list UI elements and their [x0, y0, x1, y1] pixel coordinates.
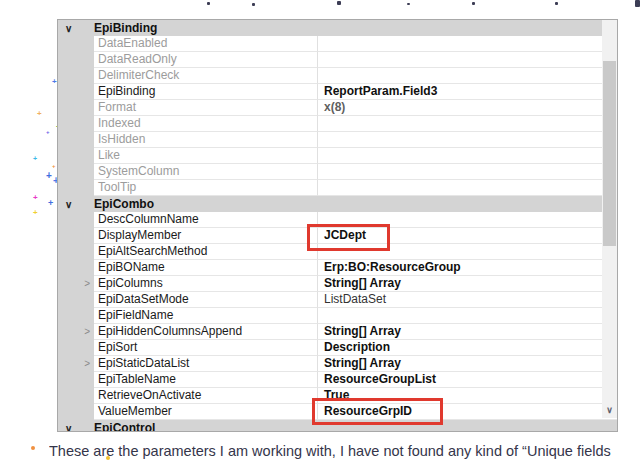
- property-name[interactable]: DisplayMember: [94, 228, 318, 244]
- category-label: EpiControl: [94, 421, 155, 432]
- property-name[interactable]: EpiColumns: [94, 276, 318, 292]
- property-name[interactable]: EpiBOName: [94, 260, 318, 276]
- chevron-down-icon: ∨: [58, 23, 94, 34]
- property-name[interactable]: DataReadOnly: [94, 52, 318, 68]
- property-name[interactable]: ValueMember: [94, 404, 318, 420]
- clipped-text-mark: [207, 2, 210, 5]
- property-value[interactable]: [318, 308, 617, 324]
- property-name[interactable]: EpiAltSearchMethod: [94, 244, 318, 260]
- category-header-epibinding[interactable]: ∨EpiBinding: [58, 20, 617, 36]
- property-value[interactable]: [318, 180, 617, 196]
- row-gutter: [58, 84, 94, 100]
- row-gutter: >: [58, 276, 94, 292]
- confetti-sparkle: +: [37, 110, 42, 118]
- confetti-sparkle: +: [46, 171, 52, 181]
- property-row-tooltip[interactable]: ToolTip: [58, 180, 617, 196]
- property-row-epicolumns[interactable]: >EpiColumnsString[] Array: [58, 276, 617, 292]
- property-value[interactable]: String[] Array: [318, 356, 617, 372]
- property-value[interactable]: [318, 68, 617, 84]
- property-value[interactable]: Description: [318, 340, 617, 356]
- category-header-epicombo[interactable]: ∨EpiCombo: [58, 196, 617, 212]
- property-name[interactable]: SystemColumn: [94, 164, 318, 180]
- scrollbar-thumb[interactable]: [603, 61, 616, 246]
- property-row-epihiddencolumnsappend[interactable]: >EpiHiddenColumnsAppendString[] Array: [58, 324, 617, 340]
- property-value[interactable]: [318, 148, 617, 164]
- property-value[interactable]: Erp:BO:ResourceGroup: [318, 260, 617, 276]
- row-gutter: [58, 36, 94, 52]
- property-row-systemcolumn[interactable]: SystemColumn: [58, 164, 617, 180]
- chevron-right-icon[interactable]: >: [84, 279, 90, 289]
- property-name[interactable]: EpiHiddenColumnsAppend: [94, 324, 318, 340]
- chevron-down-icon: ∨: [58, 423, 94, 433]
- row-gutter: [58, 260, 94, 276]
- property-row-like[interactable]: Like: [58, 148, 617, 164]
- property-value[interactable]: ResourceGroupList: [318, 372, 617, 388]
- property-name[interactable]: EpiStaticDataList: [94, 356, 318, 372]
- category-label: EpiCombo: [94, 197, 154, 211]
- property-name[interactable]: EpiDataSetMode: [94, 292, 318, 308]
- property-row-epibinding[interactable]: EpiBindingReportParam.Field3: [58, 84, 617, 100]
- property-row-episort[interactable]: EpiSortDescription: [58, 340, 617, 356]
- chevron-down-icon: ∨: [606, 405, 613, 415]
- confetti-sparkle: +: [52, 163, 56, 169]
- property-value[interactable]: [318, 52, 617, 68]
- scroll-down-button[interactable]: ∨: [602, 403, 617, 418]
- confetti-sparkle: +: [33, 209, 38, 217]
- property-value[interactable]: String[] Array: [318, 276, 617, 292]
- property-name[interactable]: DataEnabled: [94, 36, 318, 52]
- confetti-sparkle: +: [48, 199, 53, 208]
- property-value[interactable]: String[] Array: [318, 324, 617, 340]
- property-name[interactable]: EpiTableName: [94, 372, 318, 388]
- property-name[interactable]: IsHidden: [94, 132, 318, 148]
- property-name[interactable]: EpiSort: [94, 340, 318, 356]
- clipped-text-mark: [407, 3, 410, 5]
- row-gutter: [58, 212, 94, 228]
- row-gutter: [58, 68, 94, 84]
- property-row-epistaticdatalist[interactable]: >EpiStaticDataListString[] Array: [58, 356, 617, 372]
- confetti-sparkle: +: [52, 78, 57, 86]
- clipped-text-mark: [472, 2, 475, 5]
- chevron-right-icon[interactable]: >: [84, 327, 90, 337]
- clipped-text-mark: [337, 1, 341, 5]
- row-gutter: [58, 292, 94, 308]
- property-name[interactable]: DescColumnName: [94, 212, 318, 228]
- property-name[interactable]: Indexed: [94, 116, 318, 132]
- paragraph-text: These are the parameters I am working wi…: [49, 443, 642, 459]
- row-gutter: [58, 372, 94, 388]
- chevron-right-icon[interactable]: >: [84, 359, 90, 369]
- property-row-delimitercheck[interactable]: DelimiterCheck: [58, 68, 617, 84]
- property-name[interactable]: RetrieveOnActivate: [94, 388, 318, 404]
- property-name[interactable]: DelimiterCheck: [94, 68, 318, 84]
- row-gutter: [58, 52, 94, 68]
- property-row-epitablename[interactable]: EpiTableNameResourceGroupList: [58, 372, 617, 388]
- property-value[interactable]: ReportParam.Field3: [318, 84, 617, 100]
- property-value[interactable]: x(8): [318, 100, 617, 116]
- vertical-scrollbar[interactable]: ∨: [602, 20, 617, 418]
- clipped-text-mark: [252, 3, 255, 6]
- row-gutter: [58, 244, 94, 260]
- property-value[interactable]: [318, 116, 617, 132]
- property-name[interactable]: EpiFieldName: [94, 308, 318, 324]
- property-name[interactable]: Format: [94, 100, 318, 116]
- property-row-epifieldname[interactable]: EpiFieldName: [58, 308, 617, 324]
- property-row-indexed[interactable]: Indexed: [58, 116, 617, 132]
- property-row-datareadonly[interactable]: DataReadOnly: [58, 52, 617, 68]
- property-row-epiboname[interactable]: EpiBONameErp:BO:ResourceGroup: [58, 260, 617, 276]
- property-row-ishidden[interactable]: IsHidden: [58, 132, 617, 148]
- property-row-format[interactable]: Formatx(8): [58, 100, 617, 116]
- property-value[interactable]: [318, 164, 617, 180]
- property-name[interactable]: Like: [94, 148, 318, 164]
- property-value[interactable]: [318, 36, 617, 52]
- row-gutter: >: [58, 356, 94, 372]
- row-gutter: [58, 388, 94, 404]
- property-row-epidatasetmode[interactable]: EpiDataSetModeListDataSet: [58, 292, 617, 308]
- property-name[interactable]: ToolTip: [94, 180, 318, 196]
- property-row-dataenabled[interactable]: DataEnabled: [58, 36, 617, 52]
- property-name[interactable]: EpiBinding: [94, 84, 318, 100]
- row-gutter: [58, 132, 94, 148]
- category-label: EpiBinding: [94, 21, 157, 35]
- property-value[interactable]: [318, 132, 617, 148]
- row-gutter: [58, 148, 94, 164]
- property-value[interactable]: ListDataSet: [318, 292, 617, 308]
- row-gutter: [58, 340, 94, 356]
